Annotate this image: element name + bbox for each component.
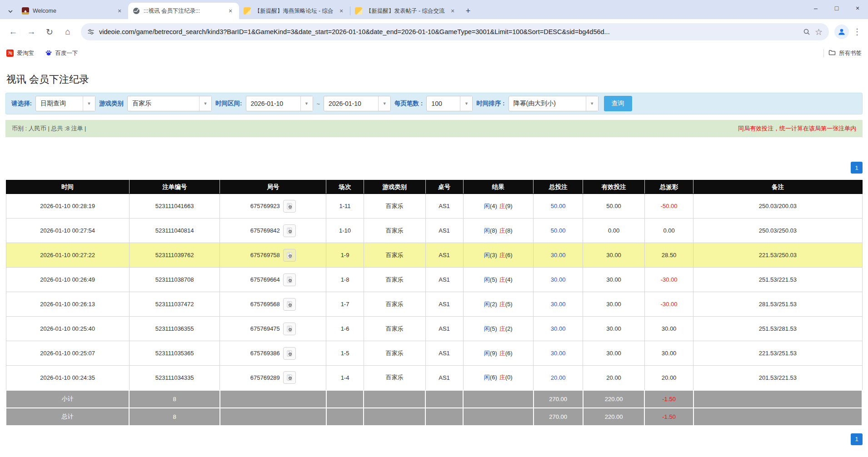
url-text[interactable]: videoie.com/game/betrecord_search/kind3?…	[99, 28, 798, 35]
minimize-button[interactable]: –	[805, 0, 826, 16]
session-no: 1-4	[326, 366, 364, 390]
game-kind: 百家乐	[364, 194, 425, 219]
balance-note: 250.03/250.03	[693, 219, 862, 243]
subtotal-valid-bet: 220.00	[583, 390, 645, 408]
total-bet-link[interactable]: 50.00	[534, 194, 583, 219]
bet-time: 2026-01-10 00:26:13	[6, 292, 129, 317]
video-replay-icon[interactable]	[283, 323, 296, 335]
column-header: 注单编号	[129, 180, 220, 194]
bet-time: 2026-01-10 00:25:40	[6, 317, 129, 341]
tab-close-icon[interactable]: ×	[115, 7, 124, 15]
result-cell: 闲(9)庄(6)	[463, 341, 533, 366]
reload-icon[interactable]: ↻	[42, 24, 57, 40]
bookmark-star-icon[interactable]: ☆	[815, 27, 823, 37]
round-id: 675769568	[250, 301, 280, 308]
summary-info-bar: 币别 : 人民币 | 总共 :8 注单 | 同局有效投注，统一计算在该局第一张注…	[5, 120, 863, 137]
query-type-select[interactable]: 日期查询 ▼	[35, 96, 95, 111]
bookmark-label: 爱淘宝	[17, 50, 34, 57]
video-replay-icon[interactable]	[283, 224, 296, 237]
round-cell: 675769923	[220, 194, 326, 219]
bet-id: 523111038708	[129, 268, 220, 292]
date-range-label: 时间区间:	[215, 99, 242, 108]
video-replay-icon[interactable]	[283, 273, 296, 286]
bet-id: 523111036355	[129, 317, 220, 341]
column-header: 有效投注	[583, 180, 645, 194]
table-row: 2026-01-10 00:26:49 523111038708 6757696…	[6, 268, 862, 292]
per-page-select[interactable]: 100 ▼	[426, 96, 473, 111]
site-settings-icon[interactable]	[87, 28, 95, 35]
zoom-icon[interactable]	[803, 28, 810, 35]
valid-bet: 30.00	[583, 341, 645, 366]
bet-time: 2026-01-10 00:26:49	[6, 268, 129, 292]
total-bet-link[interactable]: 50.00	[534, 219, 583, 243]
round-id: 675769664	[250, 276, 280, 283]
forum-favicon-icon	[355, 7, 362, 15]
total-bet-link[interactable]: 30.00	[534, 317, 583, 341]
bookmark-baidu[interactable]: 百度一下	[45, 49, 78, 58]
total-row: 总计 8 270.00 220.00 -1.50	[6, 408, 862, 426]
page-number-button[interactable]: 1	[851, 433, 863, 445]
total-bet-link[interactable]: 30.00	[534, 268, 583, 292]
tab-forum-haiyan[interactable]: 【新提醒】海燕策略论坛 - 综合 ×	[239, 3, 350, 19]
banker-result-label: 庄	[499, 350, 505, 357]
valid-bet: 20.00	[583, 366, 645, 390]
payout: 30.00	[644, 317, 693, 341]
new-tab-button[interactable]: +	[461, 4, 475, 18]
chevron-down-icon: ▼	[199, 96, 211, 111]
tab-forum-post[interactable]: 【新提醒】发表帖子 - 综合交流 ×	[350, 3, 461, 19]
bet-time: 2026-01-10 00:27:22	[6, 243, 129, 268]
tab-welcome[interactable]: ♠ Welcome ×	[17, 3, 128, 19]
total-bet-link[interactable]: 20.00	[534, 366, 583, 390]
browser-menu-icon[interactable]: ⋮	[852, 27, 863, 37]
maximize-button[interactable]: □	[826, 0, 847, 16]
video-replay-icon[interactable]	[283, 200, 296, 213]
date-start-select[interactable]: 2026-01-10 ▼	[246, 96, 313, 111]
all-bookmarks[interactable]: 所有书签	[828, 49, 862, 58]
table-no: AS1	[425, 341, 463, 366]
tab-search-chevron-icon[interactable]	[4, 4, 17, 19]
video-replay-icon[interactable]	[283, 249, 296, 262]
profile-avatar[interactable]	[834, 25, 849, 39]
banker-result-label: 庄	[499, 301, 505, 308]
table-row: 2026-01-10 00:25:40 523111036355 6757694…	[6, 317, 862, 341]
per-page-label: 每页笔数 :	[394, 99, 423, 108]
tab-close-icon[interactable]: ×	[226, 7, 234, 15]
all-bookmarks-label: 所有书签	[839, 50, 862, 57]
session-no: 1-8	[326, 268, 364, 292]
forward-icon[interactable]: →	[24, 24, 39, 40]
table-no: AS1	[425, 292, 463, 317]
total-bet-link[interactable]: 30.00	[534, 292, 583, 317]
table-row: 2026-01-10 00:24:35 523111034335 6757692…	[6, 366, 862, 390]
bookmark-taobao[interactable]: 淘 爱淘宝	[6, 50, 34, 57]
result-cell: 闲(5)庄(2)	[463, 317, 533, 341]
tab-close-icon[interactable]: ×	[449, 7, 457, 15]
chevron-down-icon: ▼	[300, 96, 313, 111]
tab-bet-records[interactable]: :::视讯 会员下注纪录::: ×	[128, 3, 239, 19]
total-bet-link[interactable]: 30.00	[534, 243, 583, 268]
address-bar[interactable]: videoie.com/game/betrecord_search/kind3?…	[81, 23, 829, 40]
valid-bet: 30.00	[583, 317, 645, 341]
sort-select[interactable]: 降幂(由大到小) ▼	[509, 96, 599, 111]
video-replay-icon[interactable]	[283, 371, 296, 384]
round-id: 675769758	[250, 252, 280, 258]
search-button[interactable]: 查询	[604, 96, 632, 111]
session-no: 1-7	[326, 292, 364, 317]
video-replay-icon[interactable]	[283, 298, 296, 311]
total-bet-link[interactable]: 30.00	[534, 341, 583, 366]
sort-label: 时间排序 :	[476, 99, 504, 108]
home-icon[interactable]: ⌂	[60, 24, 75, 40]
page-number-button[interactable]: 1	[851, 162, 863, 174]
valid-bet: 0.00	[583, 219, 645, 243]
game-kind-select[interactable]: 百家乐 ▼	[127, 96, 212, 111]
payout: 0.00	[644, 219, 693, 243]
chevron-down-icon: ▼	[586, 96, 598, 111]
banker-result-label: 庄	[499, 227, 505, 234]
back-icon[interactable]: ←	[5, 24, 21, 40]
table-row: 2026-01-10 00:27:22 523111039762 6757697…	[6, 243, 862, 268]
date-end-select[interactable]: 2026-01-10 ▼	[324, 96, 391, 111]
close-button[interactable]: ×	[847, 0, 868, 16]
date-range-tilde: ~	[317, 100, 320, 107]
result-cell: 闲(3)庄(6)	[463, 243, 533, 268]
video-replay-icon[interactable]	[283, 347, 296, 360]
tab-close-icon[interactable]: ×	[337, 7, 345, 15]
